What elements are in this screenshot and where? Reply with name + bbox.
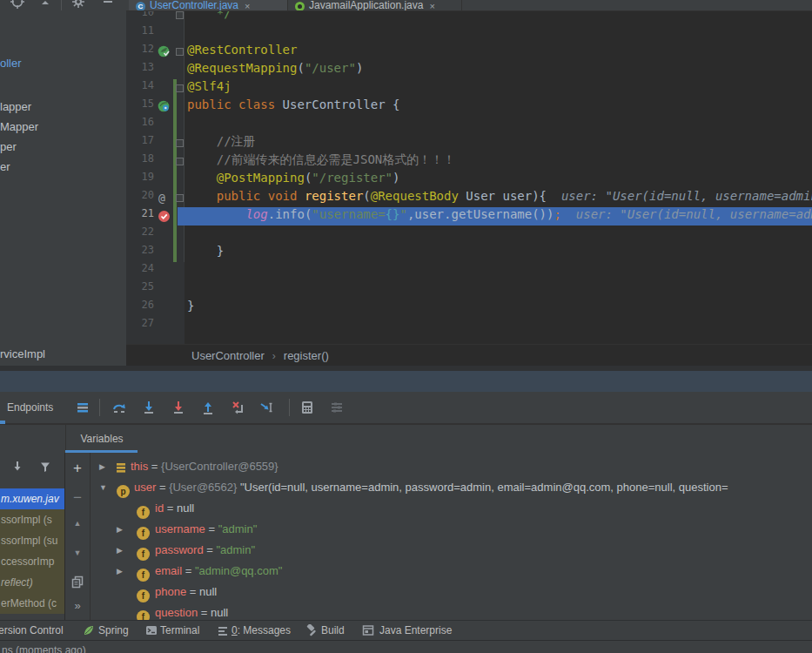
code-token: @RequestMapping [187, 61, 297, 75]
stack-frame-row[interactable]: ssorImpl (s [0, 509, 65, 530]
spring-icon [83, 624, 95, 636]
duplicate-icon[interactable] [65, 575, 90, 592]
fold-marker-icon[interactable] [176, 48, 184, 56]
force-step-into-icon[interactable] [171, 400, 186, 415]
line-number[interactable]: 18 [126, 152, 154, 171]
fold-marker-icon[interactable] [176, 194, 184, 202]
expand-arrow-icon[interactable]: ▶ [117, 519, 123, 540]
editor-tab[interactable]: CUserController.java× [129, 0, 288, 11]
step-out-icon[interactable] [200, 400, 216, 415]
stack-frame-row[interactable]: ssorImpl (su [0, 530, 65, 551]
code-token: register [305, 189, 363, 203]
step-over-icon[interactable] [111, 400, 127, 415]
line-number[interactable]: 17 [126, 134, 154, 152]
tool-window-button[interactable]: ersion Control [0, 621, 64, 641]
variable-row[interactable]: ▶fpassword = "admin" [91, 540, 812, 561]
code-token: "/user" [305, 61, 356, 75]
close-icon[interactable]: × [245, 1, 250, 11]
editor-tab[interactable]: JavamailApplication.java× [288, 0, 462, 11]
project-tree-panel[interactable]: ollerlapperMapperpererrviceImpl [0, 11, 126, 366]
line-number[interactable]: 11 [126, 24, 154, 43]
tab-endpoints[interactable]: Endpoints [7, 392, 53, 423]
breadcrumb-class[interactable]: UserController [191, 349, 265, 362]
project-tree-item[interactable]: Mapper [0, 120, 38, 133]
line-number[interactable]: 21 [126, 207, 154, 226]
line-number[interactable]: 16 [126, 116, 154, 134]
collapse-arrow-icon[interactable]: ▼ [99, 477, 107, 498]
breakpoint-icon[interactable] [158, 210, 171, 224]
line-number[interactable]: 27 [126, 317, 154, 335]
close-icon[interactable]: × [429, 1, 434, 11]
line-number[interactable]: 14 [126, 79, 154, 98]
add-watch-icon[interactable]: + [65, 460, 90, 477]
variable-row[interactable]: fid = null [91, 498, 812, 519]
drop-frame-icon[interactable] [230, 400, 245, 415]
line-number[interactable]: 15 [126, 98, 154, 116]
evaluate-expression-icon[interactable] [299, 400, 315, 415]
variable-row[interactable]: ▶fusername = "admin" [91, 519, 812, 540]
line-number[interactable]: 19 [126, 171, 154, 189]
restore-layout-icon[interactable] [329, 400, 345, 415]
tool-window-button[interactable]: Terminal [160, 621, 199, 641]
line-number[interactable]: 10 [126, 11, 154, 24]
project-tree-item[interactable]: oller [0, 57, 22, 70]
tool-window-button[interactable]: Spring [98, 621, 129, 641]
stack-frame-row[interactable]: reflect) [0, 572, 65, 593]
line-number[interactable]: 12 [126, 43, 154, 61]
collapse-all-icon[interactable] [38, 0, 52, 11]
target-icon[interactable] [10, 0, 24, 11]
frames-panel[interactable]: m.xuwen.javssorImpl (sssorImpl (successo… [0, 453, 65, 620]
code-line: log.info("username={}",user.getUsername(… [187, 207, 812, 226]
fold-marker-icon[interactable] [176, 84, 184, 92]
line-number[interactable]: 24 [126, 262, 154, 280]
tool-window-button[interactable]: Java Enterprise [379, 621, 452, 641]
variable-value: "admin" [216, 543, 255, 556]
variable-row[interactable]: ▼puser = {User@6562} "User(id=null, user… [91, 477, 812, 498]
stack-frame-row[interactable]: erMethod (c [0, 593, 65, 614]
fold-marker-icon[interactable] [176, 139, 184, 147]
filter-icon[interactable] [38, 460, 52, 474]
variable-row[interactable]: fquestion = null [91, 603, 812, 620]
expand-arrow-icon[interactable]: ▶ [117, 540, 123, 561]
variable-name: phone [155, 585, 186, 598]
more-icon[interactable]: » [65, 599, 90, 612]
variable-value: "admin@qq.com" [195, 564, 282, 577]
toolbar-separator [61, 0, 62, 10]
tool-window-button[interactable]: Build [321, 621, 345, 641]
code-token: "username= [312, 207, 385, 221]
move-down-icon[interactable]: ▼ [65, 549, 90, 557]
fold-marker-icon[interactable] [176, 11, 184, 19]
line-number[interactable]: 22 [126, 226, 154, 244]
variable-row[interactable]: fphone = null [91, 582, 812, 603]
variables-tree[interactable]: ▶this = {UserController@6559}▼puser = {U… [91, 453, 812, 620]
move-up-icon[interactable]: ▲ [65, 519, 90, 528]
run-to-cursor-icon[interactable] [259, 400, 275, 415]
view-options-icon[interactable] [75, 400, 91, 415]
variable-row[interactable]: ▶this = {UserController@6559} [91, 456, 812, 477]
hide-icon[interactable] [101, 0, 115, 11]
tab-variables[interactable]: Variables [65, 425, 138, 453]
code-editor[interactable]: 101112131415161718192021222324252627@ */… [126, 11, 812, 344]
variable-name: user [134, 481, 156, 494]
stack-frame-row[interactable]: m.xuwen.jav [0, 488, 65, 509]
thread-dump-icon[interactable] [10, 460, 24, 474]
project-tree-item[interactable]: er [0, 160, 10, 173]
line-number[interactable]: 20 [126, 189, 154, 207]
project-tree-item[interactable]: per [0, 140, 17, 153]
stack-frame-row[interactable]: ccessorImp [0, 551, 65, 572]
project-tree-item[interactable]: lapper [0, 100, 31, 113]
line-number[interactable]: 13 [126, 61, 154, 79]
line-number[interactable]: 25 [126, 280, 154, 299]
tool-window-button[interactable]: 0: Messages [232, 621, 291, 641]
expand-arrow-icon[interactable]: ▶ [117, 561, 123, 582]
remove-watch-icon[interactable]: − [65, 489, 90, 507]
fold-marker-icon[interactable] [176, 158, 184, 165]
step-into-icon[interactable] [141, 400, 157, 415]
variable-row[interactable]: ▶femail = "admin@qq.com" [91, 561, 812, 582]
breadcrumb-method[interactable]: register() [284, 349, 329, 362]
project-tree-item[interactable]: rviceImpl [0, 347, 45, 360]
line-number[interactable]: 26 [126, 299, 154, 317]
gear-icon[interactable] [71, 0, 85, 11]
expand-arrow-icon[interactable]: ▶ [99, 456, 105, 477]
line-number[interactable]: 23 [126, 244, 154, 262]
